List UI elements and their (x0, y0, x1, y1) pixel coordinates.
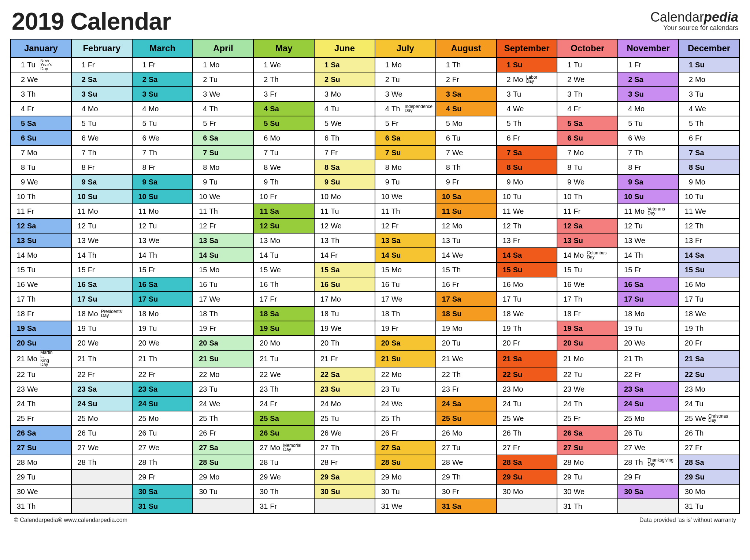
day-number: 5 (378, 119, 389, 128)
day-weekday: Su (146, 193, 161, 201)
day-weekday: Fr (25, 105, 40, 113)
day-cell: 19Tu (618, 321, 679, 336)
day-weekday: Mo (632, 310, 647, 318)
day-number: 18 (135, 310, 146, 318)
day-cell: 19Sa (11, 321, 71, 336)
day-cell: 2Th (253, 72, 314, 87)
day-number: 19 (620, 324, 632, 333)
day-cell: 7Mo (11, 145, 71, 160)
day-cell: 12Tu (618, 219, 679, 233)
day-cell: 11Fr (11, 204, 71, 219)
day-cell: 25Mo (132, 411, 193, 426)
day-weekday: Th (450, 266, 465, 274)
day-cell: 10Th (11, 189, 71, 204)
day-cell: 9We (557, 175, 618, 189)
day-cell: 11Tu (314, 204, 375, 219)
day-weekday: Tu (571, 266, 586, 274)
month-header-december: December (679, 39, 739, 57)
day-weekday: Fr (450, 488, 465, 496)
day-number: 12 (195, 222, 207, 230)
day-cell: 13Th (314, 233, 375, 248)
day-weekday: Th (693, 222, 708, 230)
day-cell: 1We (253, 57, 314, 72)
day-weekday: Tu (632, 119, 647, 128)
day-cell: 26Fr (193, 426, 253, 440)
day-number: 29 (560, 473, 571, 481)
day-cell: 31Tu (679, 499, 739, 514)
day-cell: 16Mo (679, 277, 739, 292)
day-number: 2 (256, 75, 268, 84)
day-number: 7 (681, 149, 693, 157)
day-number: 23 (499, 385, 511, 393)
day-number: 1 (13, 61, 25, 69)
day-weekday: Sa (328, 370, 343, 379)
day-weekday: Su (511, 61, 526, 69)
empty-cell (618, 499, 679, 514)
day-weekday: Tu (693, 295, 708, 303)
day-cell: 4We (497, 101, 557, 116)
day-weekday: Su (389, 355, 404, 363)
day-number: 9 (560, 178, 571, 186)
day-weekday: Th (207, 414, 222, 423)
day-weekday: Sa (86, 75, 100, 84)
day-cell: 8Sa (314, 160, 375, 175)
day-weekday: Mo (146, 310, 161, 318)
day-weekday: Su (450, 414, 465, 423)
day-cell: 30Sa (132, 484, 193, 499)
day-weekday: Fr (450, 280, 465, 289)
day-cell: 4We (679, 101, 739, 116)
day-weekday: Su (389, 149, 404, 157)
day-cell: 1Fr (71, 57, 132, 72)
day-number: 5 (256, 119, 268, 128)
day-number: 9 (13, 178, 25, 186)
day-cell: 16Tu (193, 277, 253, 292)
day-cell: 18Th (375, 306, 436, 321)
day-number: 18 (560, 310, 571, 318)
day-number: 10 (74, 193, 86, 201)
day-weekday: Tu (632, 222, 647, 230)
day-weekday: Mo (511, 280, 526, 289)
day-weekday: Fr (511, 134, 526, 142)
day-cell: 14Sa (679, 248, 739, 262)
day-number: 29 (317, 473, 328, 481)
day-cell: 24Tu (679, 396, 739, 411)
day-number: 14 (317, 251, 328, 260)
day-number: 10 (256, 193, 268, 201)
day-weekday: Fr (146, 473, 161, 481)
day-weekday: Sa (146, 178, 161, 186)
day-cell: 15Fr (132, 262, 193, 277)
day-cell: 13Su (557, 233, 618, 248)
day-weekday: Mo (693, 75, 708, 84)
day-number: 27 (74, 444, 86, 452)
day-weekday: Mo (25, 458, 40, 467)
day-cell: 2Sa (618, 72, 679, 87)
day-number: 7 (195, 149, 207, 157)
day-cell: 12Fr (375, 219, 436, 233)
day-weekday: Th (389, 310, 404, 318)
day-weekday: Th (450, 163, 465, 172)
day-weekday: Sa (207, 339, 222, 347)
day-cell: 10Su (132, 189, 193, 204)
day-cell: 16Th (253, 277, 314, 292)
day-cell: 5Sa (11, 116, 71, 131)
day-weekday: We (146, 134, 161, 142)
day-cell: 27Sa (193, 440, 253, 455)
day-cell: 23Sa (132, 382, 193, 396)
day-cell: 1Mo (375, 57, 436, 72)
day-number: 25 (317, 414, 328, 423)
day-number: 26 (499, 429, 511, 437)
day-weekday: Th (571, 295, 586, 303)
day-weekday: We (86, 134, 100, 142)
day-weekday: Tu (328, 105, 343, 113)
day-number: 27 (681, 444, 693, 452)
month-header-april: April (193, 39, 253, 57)
day-number: 26 (560, 429, 571, 437)
day-cell: 19Tu (132, 321, 193, 336)
day-weekday: Fr (511, 339, 526, 347)
day-number: 23 (74, 385, 86, 393)
day-cell: 18Mo (618, 306, 679, 321)
day-number: 15 (256, 266, 268, 274)
day-weekday: Mo (511, 488, 526, 496)
day-weekday: Su (146, 295, 161, 303)
day-weekday: Fr (146, 163, 161, 172)
